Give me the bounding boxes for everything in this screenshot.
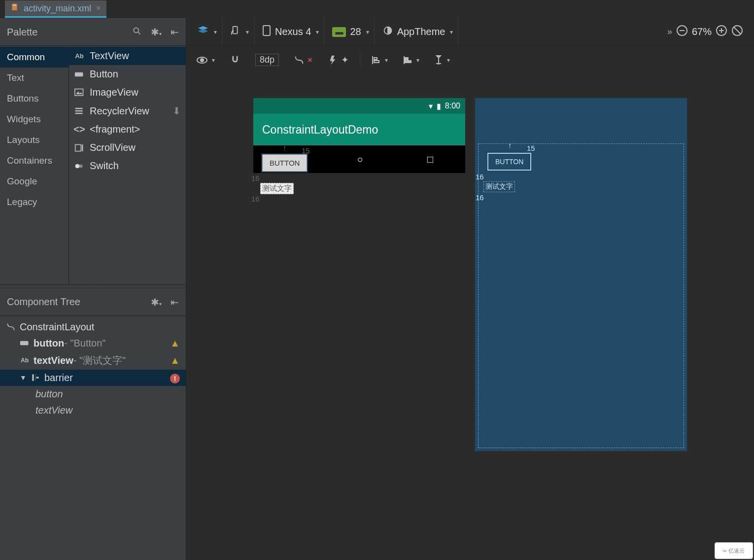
theme-selector[interactable]: AppTheme [397, 26, 446, 37]
switch-icon [74, 161, 85, 171]
chevron-down-icon[interactable]: ▾ [214, 29, 217, 35]
widget-scrollview[interactable]: ScrollView [69, 139, 186, 157]
tree-node-button[interactable]: button- "Button" ▲ [0, 335, 186, 351]
tree-node-barrier[interactable]: ▼ barrier ! [0, 370, 186, 386]
widget-button[interactable]: Button [69, 65, 186, 83]
svg-rect-35 [374, 61, 379, 63]
blueprint-textview[interactable]: 测试文字 [483, 181, 515, 192]
svg-rect-11 [82, 144, 83, 151]
autoconnect-icon[interactable] [226, 55, 244, 66]
home-icon[interactable]: ○ [357, 154, 363, 165]
orientation-icon[interactable] [230, 25, 241, 38]
button-icon [20, 338, 30, 348]
chevron-down-icon[interactable]: ▼ [20, 374, 27, 382]
category-containers[interactable]: Containers [0, 150, 69, 171]
blueprint-button[interactable]: BUTTON [487, 153, 531, 171]
svg-rect-14 [20, 341, 29, 345]
api-selector[interactable]: 28 [350, 26, 361, 37]
design-preview[interactable]: ▾ ▮ 8:00 ConstraintLayoutDemo ↑ 15 BUTTO… [253, 98, 465, 173]
design-surface-icon[interactable] [197, 25, 209, 38]
align-icon[interactable]: ▾ [399, 55, 423, 66]
error-icon[interactable]: ! [170, 372, 180, 384]
panel-splitter[interactable]: · · · · · [0, 284, 186, 288]
widget-switch[interactable]: Switch [69, 157, 186, 175]
category-google[interactable]: Google [0, 171, 69, 192]
warning-icon[interactable]: ▲ [170, 338, 180, 349]
clear-constraints-icon[interactable]: ✕ [290, 55, 316, 66]
pack-icon[interactable]: ▾ [367, 55, 392, 66]
gear-icon[interactable]: ✱▾ [151, 296, 162, 308]
svg-marker-6 [76, 91, 82, 94]
category-layouts[interactable]: Layouts [0, 130, 69, 150]
svg-point-31 [201, 59, 204, 62]
widget-fragment[interactable]: <><fragment> [69, 120, 186, 139]
overflow-icon[interactable]: » [667, 27, 672, 37]
button-icon [74, 70, 85, 79]
category-text[interactable]: Text [0, 68, 69, 88]
zoom-out-icon[interactable] [676, 25, 688, 39]
textview-icon: Ab [20, 357, 30, 364]
app-title: ConstraintLayoutDemo [262, 123, 378, 137]
tree-node-root[interactable]: ConstraintLayout [0, 319, 186, 335]
svg-point-13 [75, 164, 79, 168]
design-editor: ▾ ▾ Nexus 4▾ ▬ 28▾ AppTheme▾ » 67% [186, 18, 754, 560]
default-margin[interactable]: 8dp [251, 54, 283, 66]
category-legacy[interactable]: Legacy [0, 192, 69, 212]
svg-rect-20 [233, 27, 238, 34]
canvas[interactable]: ▾ ▮ 8:00 ConstraintLayoutDemo ↑ 15 BUTTO… [186, 74, 754, 560]
widget-textview[interactable]: AbTextView [69, 47, 186, 65]
tree-node-barrier-textview[interactable]: textView [0, 402, 186, 419]
xml-file-icon [11, 3, 24, 14]
svg-line-3 [138, 32, 140, 34]
blueprint-surface[interactable]: ↑ 15 BUTTON 16 测试文字 16 [478, 143, 684, 448]
widget-recyclerview[interactable]: RecyclerView⬇ [69, 102, 186, 120]
warning-icon[interactable]: ▲ [170, 355, 180, 366]
collapse-icon[interactable]: ⇤ [171, 26, 179, 38]
zoom-fit-icon[interactable] [731, 25, 743, 39]
arrow-up-icon: ↑ [283, 143, 287, 152]
fragment-icon: <> [74, 125, 85, 135]
search-icon[interactable] [132, 26, 142, 38]
svg-point-2 [134, 28, 138, 33]
left-panel: Palette ✱▾ ⇤ Common Text Buttons Widgets… [0, 18, 186, 560]
tab-filename: activity_main.xml [24, 3, 91, 14]
chevron-down-icon[interactable]: ▾ [366, 29, 369, 35]
svg-rect-0 [12, 3, 17, 10]
recyclerview-icon [74, 106, 85, 116]
zoom-in-icon[interactable] [716, 25, 727, 39]
preview-textview[interactable]: 测试文字 [260, 183, 294, 194]
preview-button[interactable]: BUTTON [262, 154, 307, 172]
tree-node-barrier-button[interactable]: button [0, 386, 186, 402]
view-options-icon[interactable]: ▾ [192, 56, 219, 65]
category-buttons[interactable]: Buttons [0, 88, 69, 109]
widget-imageview[interactable]: ImageView [69, 83, 186, 102]
tree-node-textview[interactable]: Ab textView- "测试文字" ▲ [0, 351, 186, 370]
download-icon[interactable]: ⬇ [172, 105, 181, 117]
svg-marker-19 [198, 29, 208, 33]
collapse-icon[interactable]: ⇤ [171, 296, 179, 308]
constraint-layout-icon [6, 322, 16, 332]
infer-constraints-icon[interactable]: ✦ [323, 54, 353, 66]
imageview-icon [74, 88, 85, 98]
android-icon: ▬ [332, 27, 346, 37]
chevron-down-icon[interactable]: ▾ [450, 29, 453, 35]
chevron-down-icon[interactable]: ▾ [316, 29, 319, 35]
blueprint-preview[interactable]: ↑ 15 BUTTON 16 测试文字 16 [475, 98, 687, 451]
gear-icon[interactable]: ✱▾ [151, 26, 162, 38]
category-common[interactable]: Common [0, 47, 69, 68]
category-widgets[interactable]: Widgets [0, 109, 69, 130]
guidelines-icon[interactable]: ▾ [430, 55, 454, 66]
file-tab[interactable]: activity_main.xml × [5, 0, 106, 18]
status-time: 8:00 [445, 102, 460, 110]
svg-rect-10 [75, 144, 81, 151]
recent-icon[interactable]: □ [427, 154, 433, 165]
svg-rect-21 [263, 26, 270, 35]
barrier-icon [31, 373, 40, 383]
palette-body: Common Text Buttons Widgets Layouts Cont… [0, 46, 186, 284]
device-selector[interactable]: Nexus 4 [275, 26, 311, 37]
palette-widgets: AbTextView Button ImageView RecyclerView… [69, 46, 186, 284]
svg-marker-17 [36, 377, 39, 378]
svg-marker-40 [437, 56, 441, 58]
close-icon[interactable]: × [96, 4, 101, 13]
chevron-down-icon[interactable]: ▾ [246, 29, 249, 35]
